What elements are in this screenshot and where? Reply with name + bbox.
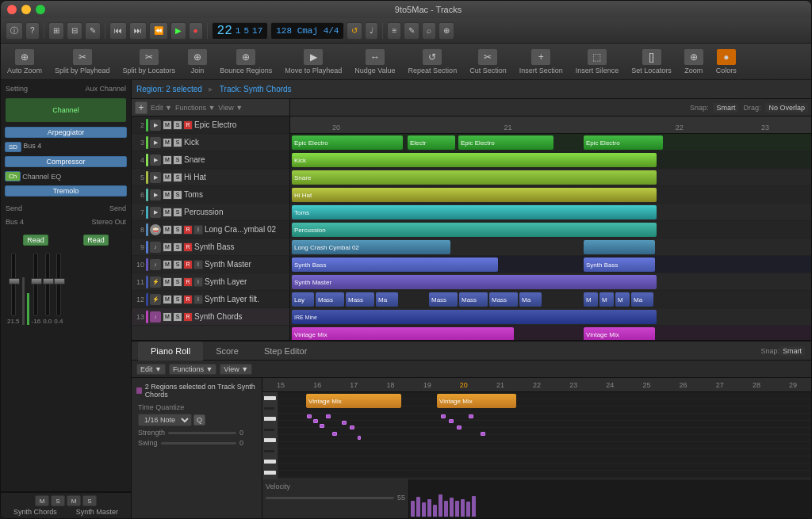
mixer-button[interactable]: ⊟ bbox=[67, 22, 82, 40]
region-epic-electro-2[interactable]: Electr bbox=[408, 135, 455, 150]
go-to-start-button[interactable]: ⏪ bbox=[149, 22, 168, 40]
maximize-button[interactable] bbox=[36, 5, 45, 14]
region-synthbass-2[interactable]: Synth Bass bbox=[584, 258, 655, 272]
piano-key-f2[interactable] bbox=[264, 438, 276, 442]
track-9-rec[interactable]: R bbox=[183, 242, 193, 252]
insert-silence-tool[interactable]: ⬚ Insert Silence bbox=[576, 49, 619, 74]
region-syntchords-2[interactable]: Vintage Mix bbox=[584, 327, 655, 340]
track-7-mute[interactable]: M bbox=[163, 208, 172, 217]
track-3-mute[interactable]: M bbox=[163, 138, 172, 147]
region-epic-electro-3[interactable]: Epic Electro bbox=[458, 135, 553, 150]
tab-score[interactable]: Score bbox=[203, 342, 251, 361]
solo-btn-2[interactable]: S bbox=[82, 495, 97, 506]
compressor-plugin[interactable]: Compressor bbox=[5, 156, 127, 167]
track-11-mute[interactable]: M bbox=[163, 277, 172, 287]
cycle-button[interactable]: ↺ bbox=[347, 22, 362, 40]
strength-slider[interactable] bbox=[168, 432, 236, 434]
pr-region-vintage-1[interactable]: Vintage Mix bbox=[306, 394, 401, 408]
track-10-i[interactable]: I bbox=[193, 260, 203, 269]
track-6-mute[interactable]: M bbox=[163, 190, 172, 200]
note-9[interactable] bbox=[441, 414, 446, 418]
track-7-solo[interactable]: S bbox=[173, 208, 182, 217]
pr-region-vintage-2[interactable]: Vintage Mix bbox=[437, 394, 516, 408]
region-synthlayer-3[interactable]: Mass bbox=[346, 292, 374, 307]
track-11-rec[interactable]: R bbox=[183, 277, 193, 287]
list-view-button[interactable]: ≡ bbox=[387, 22, 401, 40]
solo-btn-1[interactable]: S bbox=[51, 495, 65, 506]
inspector-button[interactable]: ⓘ bbox=[6, 22, 23, 40]
drag-value[interactable]: No Overlap bbox=[765, 103, 808, 113]
track-4-solo[interactable]: S bbox=[173, 155, 182, 165]
cut-section-tool[interactable]: ✂ Cut Section bbox=[469, 49, 507, 74]
mute-btn-1[interactable]: M bbox=[35, 495, 49, 506]
track-13-solo[interactable]: S bbox=[173, 312, 182, 322]
region-synthlayerfilt[interactable]: IRE Mine bbox=[292, 310, 657, 324]
quantize-select[interactable]: 1/16 Note bbox=[138, 414, 192, 426]
es2-plugin[interactable]: SD bbox=[5, 142, 21, 152]
note-area[interactable]: Vintage Mix Vintage Mix bbox=[278, 392, 811, 479]
repeat-section-tool[interactable]: ↺ Repeat Section bbox=[408, 49, 458, 74]
note-4[interactable] bbox=[326, 414, 331, 418]
close-button[interactable] bbox=[7, 5, 17, 14]
split-locators-tool[interactable]: ✂ Split by Locators bbox=[123, 49, 176, 74]
track-8-rec[interactable]: R bbox=[183, 225, 193, 235]
track-5-mute[interactable]: M bbox=[163, 173, 172, 182]
piano-key-c3[interactable] bbox=[264, 396, 276, 400]
piano-key-b2[interactable] bbox=[264, 407, 274, 410]
piano-key-g2[interactable] bbox=[264, 429, 274, 431]
pr-snap-value[interactable]: Smart bbox=[779, 346, 805, 356]
track-10-rec[interactable]: R bbox=[183, 260, 193, 269]
join-tool[interactable]: ⊕ Join bbox=[188, 49, 207, 74]
track-12-mute[interactable]: M bbox=[163, 295, 172, 304]
tab-step-editor[interactable]: Step Editor bbox=[251, 342, 320, 361]
pr-view-btn[interactable]: View ▼ bbox=[220, 364, 252, 375]
track-12-i[interactable]: I bbox=[193, 295, 203, 304]
note-11[interactable] bbox=[457, 426, 462, 429]
track-9-mute[interactable]: M bbox=[163, 242, 172, 252]
region-synthlayer-12[interactable]: Ma bbox=[631, 292, 653, 307]
record-button[interactable]: ● bbox=[189, 22, 203, 40]
split-playhead-tool[interactable]: ✂ Split by Playhead bbox=[55, 49, 110, 74]
track-10-mute[interactable]: M bbox=[163, 260, 172, 269]
nudge-tool[interactable]: ↔ Nudge Value bbox=[354, 49, 395, 74]
track-13-mute[interactable]: M bbox=[163, 312, 172, 322]
note-13[interactable] bbox=[481, 432, 485, 436]
piano-key-a2[interactable] bbox=[264, 417, 276, 421]
tremolo-plugin[interactable]: Tremolo bbox=[5, 185, 127, 197]
region-synthbass-1[interactable]: Synth Bass bbox=[292, 258, 498, 272]
fader-track-1[interactable] bbox=[11, 253, 16, 316]
region-epic-electro-1[interactable]: Epic Electro bbox=[292, 135, 403, 150]
pr-functions-btn[interactable]: Functions ▼ bbox=[169, 364, 216, 375]
region-synthlayer-9[interactable]: M bbox=[584, 292, 598, 307]
velocity-slider[interactable] bbox=[266, 497, 394, 499]
colors-tool[interactable]: ● Colors bbox=[716, 49, 737, 74]
note-10[interactable] bbox=[449, 419, 454, 423]
move-playhead-tool[interactable]: ▶ Move to Playhead bbox=[285, 49, 342, 74]
region-cymbal-2[interactable] bbox=[584, 240, 655, 254]
minimize-button[interactable] bbox=[21, 5, 31, 14]
tuner-button[interactable]: ♩ bbox=[365, 22, 378, 40]
note-3[interactable] bbox=[320, 424, 324, 428]
track-2-solo[interactable]: S bbox=[173, 120, 182, 130]
region-synthlayer-1[interactable]: Lay bbox=[292, 292, 314, 307]
pr-edit-btn[interactable]: Edit ▼ bbox=[136, 364, 166, 375]
piano-key-d2[interactable] bbox=[264, 460, 276, 464]
note-pad-button[interactable]: ✎ bbox=[404, 22, 419, 40]
arpeggiator-plugin[interactable]: Arpeggiator bbox=[5, 127, 127, 138]
rewind-button[interactable]: ⏮ bbox=[109, 22, 127, 40]
add-track-button[interactable]: + bbox=[135, 101, 147, 114]
note-6[interactable] bbox=[342, 421, 347, 425]
region-kick-1[interactable]: Kick bbox=[292, 153, 657, 167]
snap-value[interactable]: Smart bbox=[713, 103, 738, 113]
note-12[interactable] bbox=[469, 414, 473, 418]
quantize-q-btn[interactable]: Q bbox=[193, 414, 205, 426]
play-button[interactable]: ▶ bbox=[170, 22, 186, 40]
piano-key-c2[interactable] bbox=[264, 471, 276, 475]
read-button-1[interactable]: Read bbox=[23, 235, 48, 246]
fader-track-3[interactable] bbox=[45, 253, 50, 316]
channel-eq-plugin[interactable]: Ch bbox=[5, 171, 21, 181]
region-hihat-1[interactable]: Hi Hat bbox=[292, 188, 657, 202]
note-7[interactable] bbox=[350, 426, 354, 429]
region-synthlayer-8[interactable]: Ma bbox=[519, 292, 542, 307]
region-syntchords-1[interactable]: Vintage Mix bbox=[292, 327, 514, 340]
